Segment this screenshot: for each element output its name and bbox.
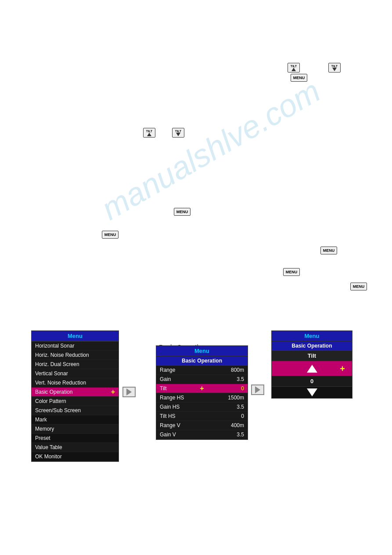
range-v-value: 400m [231, 422, 244, 428]
basic-operation-menu-header: Menu [156, 346, 248, 356]
menu-label-4: MENU [323, 248, 335, 253]
menu-item-horizontal-sonar[interactable]: Horizontal Sonar [32, 341, 119, 351]
menu-item-screen-sub[interactable]: Screen/Sub Screen [32, 406, 119, 415]
cursor-plus-icon: + [111, 388, 115, 396]
tilt-up-row[interactable]: + [272, 361, 352, 376]
range-hs-label: Range HS [160, 395, 184, 401]
menu-item-mark[interactable]: Mark [32, 415, 119, 424]
arrow-box-1 [122, 387, 136, 397]
menu-button-6[interactable]: MENU [350, 283, 367, 290]
menu-item-vertical-sonar[interactable]: Vertical Sonar [32, 369, 119, 378]
menu-item-preset[interactable]: Preset [32, 434, 119, 443]
gain-v-value: 3.5 [237, 432, 244, 438]
tilt-panel-sub-header: Basic Operation [272, 341, 352, 351]
tilt-panel-cursor-icon: + [340, 363, 345, 374]
gain-v-label: Gain V [160, 432, 176, 438]
menu-label-3: MENU [104, 232, 116, 237]
menu-item-color-pattern[interactable]: Color Pattern [32, 397, 119, 406]
range-row[interactable]: Range 800m [156, 366, 248, 375]
tilt-up-arrow-icon-1 [291, 68, 296, 71]
range-value: 800m [231, 367, 244, 373]
tilt-up-arrow-icon-2 [147, 133, 151, 136]
tilt-down-label-1: TILT [331, 65, 338, 68]
tilt-panel-value: 0 [310, 378, 313, 385]
tilt-cursor-icon: + [200, 385, 204, 392]
menu-button-3[interactable]: MENU [102, 231, 119, 239]
basic-operation-panel: Menu Basic Operation Range 800m Gain 3.5… [156, 345, 248, 440]
tilt-down-arrow-icon-1 [332, 68, 337, 71]
tilt-up-button-2[interactable]: TILT [143, 128, 155, 138]
arrow-box-2 [251, 385, 264, 395]
tilt-down-button-1[interactable]: TILT [328, 63, 341, 73]
basic-operation-sub-header: Basic Operation [156, 356, 248, 366]
arrow-right-icon-2 [255, 386, 260, 393]
menu-list-header: Menu [32, 331, 119, 341]
range-label: Range [160, 367, 175, 373]
range-v-label: Range V [160, 422, 180, 428]
gain-hs-row[interactable]: Gain HS 3.5 [156, 403, 248, 412]
menu-item-basic-operation[interactable]: Basic Operation + [32, 388, 119, 397]
menu-label-5: MENU [286, 270, 298, 274]
menu-label-1: MENU [293, 76, 305, 80]
gain-hs-label: Gain HS [160, 404, 180, 410]
tilt-row[interactable]: Tilt + 0 [156, 384, 248, 393]
gain-value: 3.5 [237, 376, 244, 382]
range-hs-row[interactable]: Range HS 1500m [156, 393, 248, 403]
tilt-panel-menu-header: Menu [272, 331, 352, 341]
menu-item-vert-noise[interactable]: Vert. Noise Reduction [32, 378, 119, 388]
gain-label: Gain [160, 376, 171, 382]
tilt-hs-value: 0 [241, 413, 244, 419]
range-v-row[interactable]: Range V 400m [156, 421, 248, 430]
tilt-down-button-2[interactable]: TILT [172, 128, 184, 138]
tilt-up-label-1: TILT [291, 65, 297, 68]
menu-item-value-table[interactable]: Value Table [32, 443, 119, 452]
tilt-down-arrow-icon-2 [176, 133, 180, 136]
tilt-up-label-2: TILT [146, 130, 152, 133]
gain-hs-value: 3.5 [237, 404, 244, 410]
tilt-hs-label: Tilt HS [160, 413, 176, 419]
menu-label-2: MENU [176, 210, 188, 214]
menu-item-horiz-dual[interactable]: Horiz. Dual Screen [32, 360, 119, 369]
range-hs-value: 1500m [228, 395, 244, 401]
tilt-down-label-2: TILT [175, 130, 181, 133]
menu-list-panel: Menu Horizontal Sonar Horiz. Noise Reduc… [31, 330, 119, 462]
menu-item-ok-monitor[interactable]: OK Monitor [32, 452, 119, 461]
gain-row[interactable]: Gain 3.5 [156, 375, 248, 384]
tilt-panel-label: Tilt [272, 351, 352, 361]
tilt-up-big-arrow-icon [307, 365, 317, 373]
menu-item-memory[interactable]: Memory [32, 424, 119, 434]
menu-button-4[interactable]: MENU [320, 247, 337, 254]
menu-button-5[interactable]: MENU [283, 268, 300, 276]
watermark: manualshlve.com [95, 73, 326, 227]
menu-label-6: MENU [353, 284, 365, 289]
tilt-label: Tilt [160, 385, 167, 392]
tilt-value-row: 0 [272, 376, 352, 387]
gain-v-row[interactable]: Gain V 3.5 [156, 430, 248, 439]
menu-button-1[interactable]: MENU [291, 74, 307, 82]
arrow-right-icon-1 [126, 388, 132, 395]
menu-button-2[interactable]: MENU [174, 208, 191, 216]
tilt-adjustment-panel: Menu Basic Operation Tilt + 0 [271, 330, 352, 399]
tilt-down-big-arrow-icon [307, 388, 317, 396]
menu-item-horiz-noise[interactable]: Horiz. Noise Reduction [32, 351, 119, 360]
panel-arrow-2 [251, 385, 264, 395]
panel-arrow-1 [122, 387, 136, 397]
tilt-value: 0 [241, 385, 244, 392]
tilt-down-row[interactable] [272, 387, 352, 398]
tilt-hs-row[interactable]: Tilt HS 0 [156, 412, 248, 421]
tilt-up-button-1[interactable]: TILT [288, 63, 300, 73]
